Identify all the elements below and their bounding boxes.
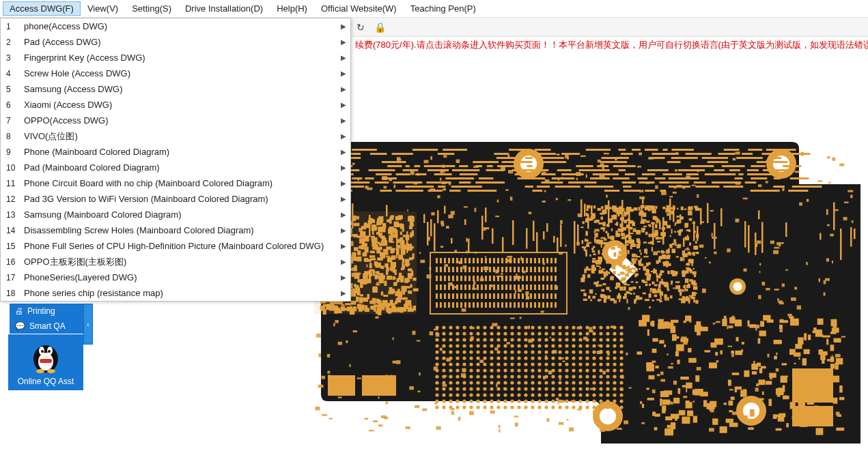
menu-drive-installation[interactable]: Drive Installation(D) — [178, 1, 270, 16]
svg-rect-734 — [493, 276, 495, 281]
svg-point-1671 — [592, 393, 596, 396]
svg-rect-2403 — [355, 216, 359, 220]
dropdown-item-16[interactable]: 16OPPO主板彩图(主板彩图)▶ — [1, 254, 350, 270]
svg-point-1620 — [435, 387, 438, 390]
svg-rect-169 — [695, 186, 719, 188]
menu-official-website[interactable]: Official Website(W) — [314, 1, 404, 16]
menu-teaching-pen[interactable]: Teaching Pen(P) — [404, 1, 483, 16]
svg-rect-2265 — [735, 151, 740, 154]
svg-rect-801 — [522, 293, 524, 299]
dropdown-item-18[interactable]: 18Phone series chip (resistance map)▶ — [1, 285, 350, 301]
svg-rect-1264 — [687, 285, 690, 287]
svg-rect-1774 — [648, 375, 654, 379]
svg-rect-132 — [518, 177, 546, 179]
svg-rect-960 — [628, 250, 630, 254]
dropdown-item-1[interactable]: 1phone(Access DWG)▶ — [1, 18, 350, 34]
dropdown-item-17[interactable]: 17PhoneSeries(Layered DWG)▶ — [1, 270, 350, 285]
svg-rect-2368 — [604, 153, 609, 154]
svg-rect-81 — [487, 165, 493, 167]
menu-help[interactable]: Help(H) — [270, 1, 314, 16]
svg-rect-75 — [387, 165, 402, 167]
svg-rect-2062 — [559, 377, 561, 380]
svg-point-1387 — [565, 332, 568, 335]
svg-point-1415 — [565, 338, 568, 341]
svg-rect-874 — [621, 233, 625, 236]
svg-point-1421 — [606, 338, 609, 341]
svg-rect-798 — [509, 293, 512, 299]
sidebar-item-printing[interactable]: 🖨 Printing — [10, 304, 83, 319]
svg-rect-1229 — [639, 264, 641, 266]
dropdown-item-9[interactable]: 9Phone (Mainboard Colored Diagram)▶ — [1, 144, 350, 160]
svg-rect-163 — [525, 186, 533, 188]
svg-rect-2013 — [430, 188, 435, 190]
svg-point-1533 — [606, 362, 609, 366]
svg-point-1346 — [476, 325, 479, 329]
svg-rect-137 — [655, 177, 666, 179]
svg-rect-595 — [395, 216, 399, 220]
svg-rect-1186 — [592, 260, 596, 263]
svg-rect-2026 — [501, 166, 505, 170]
svg-rect-69 — [600, 161, 627, 163]
dropdown-item-14[interactable]: 14Disassembling Screw Holes (Mainboard C… — [1, 222, 350, 238]
svg-rect-2051 — [676, 152, 678, 155]
dropdown-item-15[interactable]: 15Phone Full Series of CPU High-Definiti… — [1, 238, 350, 254]
svg-rect-643 — [369, 270, 372, 275]
svg-point-1644 — [599, 387, 602, 390]
svg-rect-2272 — [555, 286, 558, 290]
svg-rect-2239 — [776, 242, 781, 245]
svg-rect-706 — [501, 267, 503, 272]
svg-rect-2325 — [543, 376, 546, 379]
dropdown-item-5[interactable]: 5Samsung (Access DWG)▶ — [1, 81, 350, 97]
svg-rect-218 — [553, 236, 555, 243]
svg-rect-2029 — [805, 381, 809, 382]
dropdown-item-12[interactable]: 12Pad 3G Version to WiFi Version (Mainbo… — [1, 191, 350, 207]
svg-rect-1215 — [645, 273, 649, 276]
dropdown-item-4[interactable]: 4Screw Hole (Access DWG)▶ — [1, 65, 350, 81]
svg-rect-209 — [485, 207, 487, 222]
svg-rect-746 — [542, 276, 544, 281]
svg-rect-818 — [468, 302, 471, 308]
svg-rect-2392 — [430, 332, 434, 336]
svg-rect-690 — [436, 267, 438, 272]
lock-icon[interactable]: 🔒 — [374, 22, 386, 33]
dropdown-item-2[interactable]: 2Pad (Access DWG)▶ — [1, 34, 350, 50]
svg-rect-2270 — [341, 304, 344, 306]
svg-point-1374 — [476, 332, 479, 335]
sidebar-item-smart-qa[interactable]: 💬 Smart QA — [10, 319, 83, 334]
svg-rect-2181 — [417, 340, 420, 341]
svg-rect-376 — [320, 306, 323, 310]
svg-rect-1049 — [666, 209, 667, 211]
qq-assistant-block[interactable]: Online QQ Asst — [8, 334, 83, 390]
svg-rect-32 — [662, 149, 667, 151]
dropdown-item-8[interactable]: 8VIVO(点位图)▶ — [1, 128, 350, 144]
svg-rect-2116 — [626, 270, 630, 272]
svg-rect-1909 — [714, 338, 723, 345]
menubar: Access DWG(F) View(V) Setting(S) Drive I… — [0, 0, 868, 18]
dropdown-item-6[interactable]: 6Xiaomi (Access DWG)▶ — [1, 97, 350, 113]
svg-rect-307 — [353, 234, 358, 237]
svg-rect-2378 — [607, 352, 610, 355]
svg-rect-1125 — [598, 222, 602, 224]
svg-rect-36 — [766, 149, 796, 151]
svg-rect-2303 — [602, 166, 604, 169]
svg-rect-2009 — [365, 418, 368, 420]
dropdown-item-10[interactable]: 10Pad (Mainboard Colored Diagram)▶ — [1, 160, 350, 175]
svg-rect-2039 — [782, 283, 785, 287]
svg-rect-2175 — [776, 353, 777, 355]
dropdown-item-7[interactable]: 7OPPO(Access DWG)▶ — [1, 113, 350, 128]
menu-setting[interactable]: Setting(S) — [125, 1, 178, 16]
sidebar-collapse-button[interactable]: ‹ — [83, 304, 93, 345]
dropdown-item-11[interactable]: 11Phone Circuit Board with no chip (Main… — [1, 175, 350, 191]
svg-rect-1798 — [654, 427, 658, 431]
refresh-icon[interactable]: ↻ — [356, 22, 365, 33]
dropdown-item-3[interactable]: 3Fingerprint Key (Access DWG)▶ — [1, 50, 350, 65]
menu-access-dwg[interactable]: Access DWG(F) — [3, 1, 81, 16]
svg-point-1493 — [524, 356, 527, 360]
svg-rect-434 — [353, 257, 359, 261]
svg-rect-41 — [438, 153, 454, 155]
svg-rect-2326 — [743, 198, 748, 200]
dropdown-item-13[interactable]: 13Samsung (Mainboard Colored Diagram)▶ — [1, 207, 350, 222]
svg-rect-2349 — [393, 338, 394, 340]
menu-view[interactable]: View(V) — [81, 1, 125, 16]
svg-rect-1133 — [660, 270, 662, 274]
